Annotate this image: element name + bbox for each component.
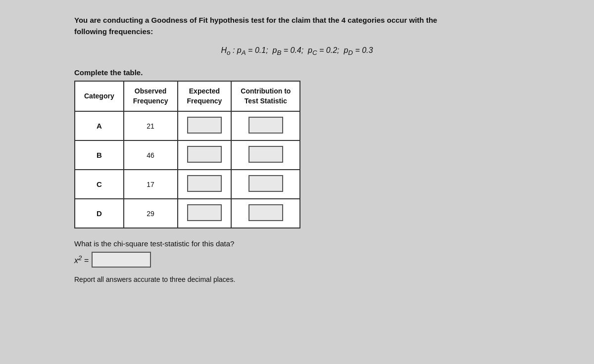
expected-d-input[interactable] [187, 204, 222, 221]
observed-c: 17 [124, 170, 178, 199]
col-header-contribution: Contribution toTest Statistic [231, 81, 300, 111]
expected-d-cell [178, 199, 232, 228]
data-table: Category ObservedFrequency ExpectedFrequ… [74, 81, 300, 228]
complete-label: Complete the table. [74, 68, 520, 77]
intro-text: You are conducting a Goodness of Fit hyp… [74, 15, 520, 37]
chi-square-row: x2 = [74, 252, 520, 268]
expected-b-input[interactable] [187, 146, 222, 163]
contribution-d-cell [231, 199, 300, 228]
expected-c-input[interactable] [187, 175, 222, 192]
contribution-a-input[interactable] [248, 117, 283, 134]
chi-square-label: x2 = [74, 254, 89, 265]
col-header-category: Category [75, 81, 124, 111]
expected-c-cell [178, 170, 232, 199]
expected-b-cell [178, 140, 232, 170]
table-row: D 29 [75, 199, 300, 228]
category-a: A [75, 111, 124, 140]
contribution-c-input[interactable] [248, 175, 283, 192]
col-header-expected: ExpectedFrequency [178, 81, 232, 111]
chi-square-question: What is the chi-square test-statistic fo… [74, 239, 520, 248]
contribution-b-input[interactable] [248, 146, 283, 163]
intro-line2: following frequencies: [74, 27, 153, 36]
chi-square-input[interactable] [92, 252, 151, 268]
contribution-a-cell [231, 111, 300, 140]
table-row: A 21 [75, 111, 300, 140]
intro-line1: You are conducting a Goodness of Fit hyp… [74, 16, 437, 24]
report-text: Report all answers accurate to three dec… [74, 275, 520, 283]
table-row: B 46 [75, 140, 300, 170]
observed-b: 46 [124, 140, 178, 170]
contribution-b-cell [231, 140, 300, 170]
category-d: D [75, 199, 124, 228]
contribution-c-cell [231, 170, 300, 199]
page-container: You are conducting a Goodness of Fit hyp… [74, 15, 520, 283]
expected-a-cell [178, 111, 232, 140]
hypothesis-text: Ho : pA = 0.1; pB = 0.4; pC = 0.2; pD = … [221, 46, 373, 54]
hypothesis-line: Ho : pA = 0.1; pB = 0.4; pC = 0.2; pD = … [74, 46, 520, 56]
col-header-observed: ObservedFrequency [124, 81, 178, 111]
observed-a: 21 [124, 111, 178, 140]
chi-square-section: What is the chi-square test-statistic fo… [74, 239, 520, 268]
category-c: C [75, 170, 124, 199]
expected-a-input[interactable] [187, 117, 222, 134]
table-row: C 17 [75, 170, 300, 199]
observed-d: 29 [124, 199, 178, 228]
category-b: B [75, 140, 124, 170]
contribution-d-input[interactable] [248, 204, 283, 221]
